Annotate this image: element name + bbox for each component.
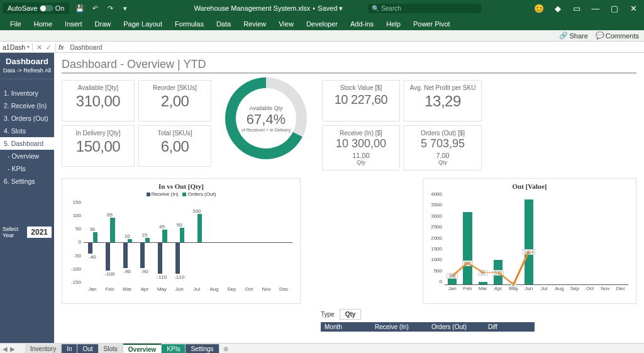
chart-out-value: Out [Value] 4000350030002500200015001000… — [423, 178, 636, 304]
saved-state[interactable]: Saved ▾ — [318, 4, 343, 13]
summary-table-header: Month Receive (In) Orders (Out) Diff — [321, 322, 535, 332]
tab-data[interactable]: Data — [210, 18, 237, 30]
tab-formulas[interactable]: Formulas — [169, 18, 210, 30]
kpi-reorder: Reorder [SKUs] 2,00 — [138, 80, 211, 121]
formula-value[interactable]: Dashboard — [66, 43, 106, 51]
kpi-block-left: Available [Qty] 310,00 Reorder [SKUs] 2,… — [62, 80, 211, 172]
tab-page-layout[interactable]: Page Layout — [117, 18, 169, 30]
qat-dropdown-icon[interactable]: ▾ — [119, 4, 131, 13]
tab-developer[interactable]: Developer — [300, 18, 344, 30]
sidebar-item-slots[interactable]: 4. Slots — [0, 125, 54, 137]
formula-bar: a1Dash ▾ ✕ ✓ fx Dashboard — [0, 42, 644, 53]
kpi-receive-in: Receive (In) [$] 10 300,00 11,00 Qty — [322, 125, 400, 171]
quick-access-toolbar: 💾 ↶ ↷ ▾ — [74, 4, 131, 13]
year-selector: Select Year 2021 — [0, 223, 54, 241]
sheet-settings[interactable]: Settings — [186, 344, 219, 353]
tab-draw[interactable]: Draw — [89, 18, 118, 30]
save-icon[interactable]: 💾 — [74, 4, 86, 13]
tab-addins[interactable]: Add-ins — [344, 18, 380, 30]
doc-name: Warehouse Management System.xlsx — [194, 4, 310, 12]
sheet-tabs: ◀ ▶ Inventory In Out Slots Overview KPIs… — [0, 343, 644, 353]
app-icon[interactable]: ◆ — [551, 4, 565, 13]
autosave-state: On — [55, 4, 65, 12]
sidebar-item-kpis[interactable]: - KPIs — [0, 162, 54, 175]
sidebar: Dashboard Data -> Refresh All 1. Invento… — [0, 53, 54, 353]
sheet-out[interactable]: Out — [77, 344, 98, 353]
sheet-in[interactable]: In — [62, 344, 77, 353]
autosave-label: AutoSave — [8, 4, 38, 12]
document-title: Warehouse Management System.xlsx • Saved… — [194, 4, 343, 13]
tab-power-pivot[interactable]: Power Pivot — [407, 18, 457, 30]
toggle-switch[interactable] — [40, 5, 53, 11]
sidebar-item-inventory[interactable]: 1. Inventory — [0, 87, 54, 99]
sheet-overview[interactable]: Overview — [123, 344, 162, 353]
dashboard-title: Dashboard - Overview | YTD — [62, 58, 636, 74]
redo-icon[interactable]: ↷ — [104, 4, 116, 13]
ribbon-collapsed: 🔗 Share 💬 Comments — [0, 30, 644, 42]
undo-icon[interactable]: ↶ — [89, 4, 101, 13]
kpi-available-qty: Available [Qty] 310,00 — [62, 80, 135, 121]
tab-review[interactable]: Review — [237, 18, 272, 30]
tab-help[interactable]: Help — [380, 18, 407, 30]
chevron-down-icon[interactable]: ▾ — [27, 44, 30, 50]
workspace: Dashboard Data -> Refresh All 1. Invento… — [0, 53, 644, 353]
search-box[interactable]: 🔍 Search — [368, 4, 481, 13]
titlebar: AutoSave On 💾 ↶ ↷ ▾ Warehouse Management… — [0, 0, 644, 16]
comments-button[interactable]: 💬 Comments — [596, 31, 639, 40]
share-button[interactable]: 🔗 Share — [559, 31, 587, 40]
kpi-block-right: Stock Value [$] 10 227,60 Avg. Net Profi… — [322, 80, 482, 172]
cancel-icon[interactable]: ✕ — [36, 43, 42, 51]
type-value[interactable]: Qty — [340, 309, 362, 320]
minimize-icon[interactable]: — — [589, 4, 602, 13]
sidebar-item-overview[interactable]: - Overview — [0, 150, 54, 162]
kpi-total: Total [SKUs] 6,00 — [138, 125, 211, 167]
account-icon[interactable]: 😊 — [532, 4, 546, 13]
maximize-icon[interactable]: ▢ — [608, 4, 621, 13]
chart-legend: Receive (In) Orders (Out) — [67, 191, 295, 197]
tab-home[interactable]: Home — [28, 18, 58, 30]
sidebar-header: Dashboard Data -> Refresh All — [0, 53, 54, 79]
ribbon-mode-icon[interactable]: ▭ — [570, 4, 584, 13]
kpi-in-delivery: In Delivery [Qty] 150,00 — [62, 125, 135, 167]
tab-view[interactable]: View — [272, 18, 300, 30]
enter-icon[interactable]: ✓ — [46, 43, 52, 51]
close-icon[interactable]: ✕ — [626, 4, 640, 13]
chart-in-vs-out: In vs Out [Qty] Receive (In) Orders (Out… — [62, 178, 301, 304]
name-box[interactable]: a1Dash ▾ — [0, 43, 33, 51]
sidebar-item-receive[interactable]: 2. Receive (In) — [0, 99, 54, 112]
kpi-orders-out: Orders (Out) [$] 5 703,95 7,00 Qty — [404, 125, 482, 171]
sidebar-item-dashboard[interactable]: 5. Dashboard — [0, 137, 54, 150]
tab-file[interactable]: File — [4, 18, 28, 30]
type-selector: Type Qty — [321, 309, 636, 320]
sheet-next-icon[interactable]: ▶ — [10, 345, 15, 352]
sidebar-item-orders[interactable]: 3. Orders (Out) — [0, 112, 54, 125]
sheet-inventory[interactable]: Inventory — [25, 344, 62, 353]
tab-insert[interactable]: Insert — [58, 18, 89, 30]
sheet-prev-icon[interactable]: ◀ — [3, 345, 8, 352]
sheet-kpis[interactable]: KPIs — [162, 344, 186, 353]
sheet-slots[interactable]: Slots — [99, 344, 123, 353]
kpi-avg-profit: Avg. Net Profit per SKU 13,29 — [404, 80, 482, 121]
ribbon-tabs: File Home Insert Draw Page Layout Formul… — [0, 16, 644, 30]
dashboard-canvas: Dashboard - Overview | YTD Available [Qt… — [54, 53, 644, 353]
donut-chart: Available Qty 67,4% of Received + In Del… — [219, 77, 313, 172]
search-icon: 🔍 — [372, 5, 379, 12]
fx-icon[interactable]: fx — [56, 43, 66, 51]
year-value[interactable]: 2021 — [27, 227, 52, 238]
autosave-toggle[interactable]: AutoSave On — [3, 3, 69, 14]
new-sheet-icon[interactable]: ⊕ — [219, 345, 232, 352]
search-placeholder: Search — [381, 5, 401, 12]
sidebar-item-settings[interactable]: 6. Settings — [0, 175, 54, 188]
kpi-stock-value: Stock Value [$] 10 227,60 — [322, 80, 400, 121]
